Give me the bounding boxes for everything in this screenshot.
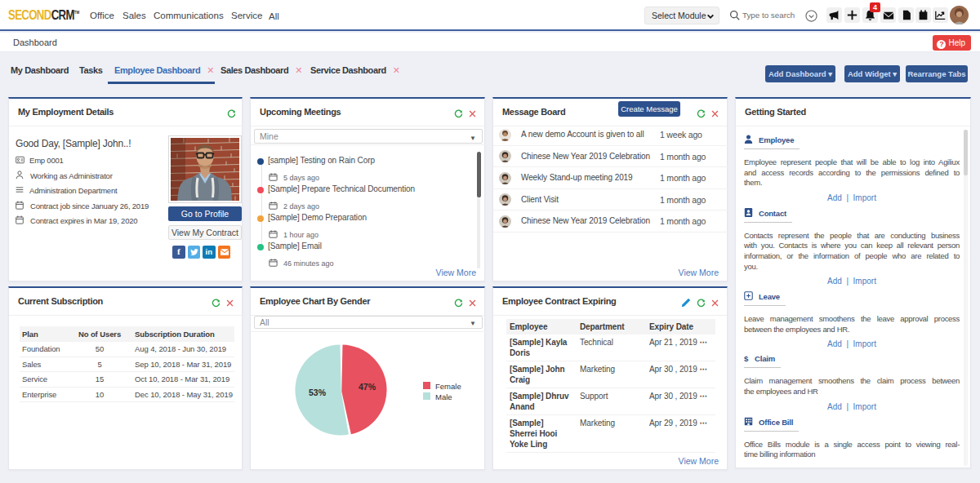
svg-text:Female: Female <box>435 382 461 391</box>
svg-text:47%: 47% <box>359 382 376 392</box>
svg-text:53%: 53% <box>309 388 327 397</box>
svg-text:Male: Male <box>435 392 452 401</box>
